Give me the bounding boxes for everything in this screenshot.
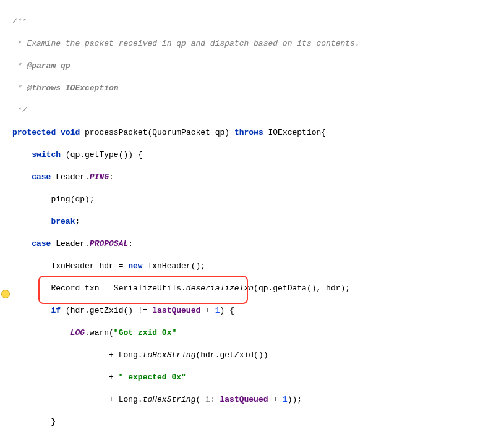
code-line: LOG.warn("Got zxid 0x" <box>12 328 497 339</box>
bulb-icon[interactable] <box>1 290 10 298</box>
case-ping: case Leader.PING: <box>12 172 497 183</box>
if-line: if (hdr.getZxid() != lastQueued + 1) { <box>12 305 497 316</box>
switch-line: switch (qp.getType()) { <box>12 150 497 161</box>
code-line: Record txn = SerializeUtils.deserializeT… <box>12 283 497 294</box>
comment-line: */ <box>12 105 497 116</box>
code-line: TxnHeader hdr = new TxnHeader(); <box>12 261 497 272</box>
break-line: break; <box>12 216 497 227</box>
comment-line: /** <box>12 16 497 27</box>
code-line: + " expected 0x" <box>12 372 497 383</box>
code-line: ping(qp); <box>12 194 497 205</box>
code-editor: /** * Examine the packet received in qp … <box>0 0 504 427</box>
comment-line: * @param qp <box>12 61 497 72</box>
comment-line: * Examine the packet received in qp and … <box>12 38 497 49</box>
method-signature: protected void processPacket(QuorumPacke… <box>12 127 497 138</box>
comment-line: * @throws IOException <box>12 83 497 94</box>
case-proposal: case Leader.PROPOSAL: <box>12 239 497 250</box>
close-brace: } <box>12 416 497 427</box>
code-line: + Long.toHexString( i: lastQueued + 1)); <box>12 394 497 405</box>
code-line: + Long.toHexString(hdr.getZxid()) <box>12 350 497 361</box>
